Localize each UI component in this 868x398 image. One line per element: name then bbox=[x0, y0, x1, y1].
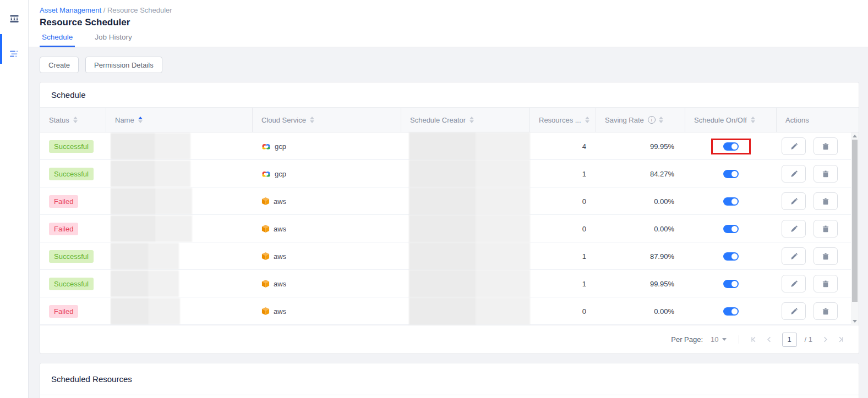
prev-page-button[interactable] bbox=[765, 335, 774, 345]
schedule-toggle[interactable] bbox=[723, 307, 739, 316]
table-row: Successful aws 1 99.95% bbox=[40, 270, 859, 297]
schedule-creator-cell bbox=[401, 132, 530, 160]
actions-cell bbox=[777, 215, 859, 242]
create-button[interactable]: Create bbox=[40, 57, 79, 73]
schedule-creator-cell bbox=[401, 270, 530, 297]
saving-rate-cell: 87.90% bbox=[596, 242, 685, 270]
tab-schedule[interactable]: Schedule bbox=[40, 33, 75, 47]
aws-icon bbox=[261, 197, 270, 206]
schedule-toggle[interactable] bbox=[723, 170, 739, 178]
name-cell bbox=[106, 242, 253, 270]
status-badge: Successful bbox=[49, 250, 94, 263]
delete-button[interactable] bbox=[814, 165, 838, 183]
actions-cell bbox=[777, 160, 859, 187]
sidebar-item-asset-management[interactable] bbox=[0, 3, 29, 34]
cloud-service-cell: aws bbox=[253, 242, 401, 270]
edit-button[interactable] bbox=[782, 220, 806, 237]
chevron-left-icon bbox=[765, 335, 773, 344]
delete-button[interactable] bbox=[814, 220, 838, 237]
last-page-button[interactable] bbox=[836, 335, 845, 345]
sort-caret-icon bbox=[138, 117, 143, 123]
trash-icon bbox=[822, 225, 829, 233]
scrollbar-thumb[interactable] bbox=[852, 140, 858, 302]
status-badge: Failed bbox=[49, 305, 78, 318]
actions-cell bbox=[777, 132, 859, 160]
schedule-card: Schedule Status Name Cloud Service Sched… bbox=[40, 82, 859, 354]
sidebar-item-resource-scheduler[interactable] bbox=[0, 38, 29, 69]
redacted-name bbox=[111, 215, 192, 242]
sidebar-active-indicator bbox=[0, 34, 2, 64]
resources-cell: 1 bbox=[530, 242, 596, 270]
status-badge: Failed bbox=[49, 223, 78, 235]
schedule-on-off-cell bbox=[685, 187, 777, 215]
saving-rate-cell: 0.00% bbox=[596, 297, 685, 325]
toolbar: Create Permission Details bbox=[40, 57, 859, 73]
delete-button[interactable] bbox=[814, 137, 838, 155]
status-cell: Failed bbox=[40, 297, 106, 325]
page-number-input[interactable]: 1 bbox=[782, 333, 797, 347]
schedule-toggle[interactable] bbox=[723, 225, 739, 233]
actions-cell bbox=[777, 270, 859, 297]
info-icon[interactable]: i bbox=[648, 116, 656, 124]
cloud-service-label: aws bbox=[274, 197, 286, 206]
table-row: Failed aws 0 0.00% bbox=[40, 187, 859, 215]
resources-cell: 0 bbox=[530, 187, 596, 215]
edit-button[interactable] bbox=[782, 137, 806, 155]
redacted-name bbox=[111, 298, 180, 324]
tab-job-history[interactable]: Job History bbox=[92, 33, 134, 47]
edit-pencil-icon bbox=[790, 225, 798, 233]
schedule-toggle[interactable] bbox=[723, 142, 739, 151]
first-page-button[interactable] bbox=[749, 335, 759, 345]
next-page-button[interactable] bbox=[820, 335, 830, 345]
resources-cell: 4 bbox=[530, 132, 596, 160]
schedule-on-off-cell bbox=[685, 160, 777, 187]
aws-icon bbox=[261, 224, 270, 233]
delete-button[interactable] bbox=[814, 247, 838, 265]
cloud-service-label: aws bbox=[274, 225, 286, 233]
schedule-toggle[interactable] bbox=[723, 252, 739, 261]
redacted-name bbox=[111, 133, 190, 159]
column-header-schedule-creator[interactable]: Schedule Creator bbox=[401, 108, 530, 132]
delete-button[interactable] bbox=[814, 275, 838, 292]
status-cell: Successful bbox=[40, 242, 106, 270]
grid-icon bbox=[9, 14, 19, 24]
column-header-cloud-service[interactable]: Cloud Service bbox=[253, 108, 401, 132]
column-label: Name bbox=[115, 116, 134, 124]
aws-icon bbox=[261, 307, 270, 316]
column-header-status[interactable]: Status bbox=[40, 108, 106, 132]
column-header-saving-rate[interactable]: Saving Ratei bbox=[596, 108, 685, 132]
edit-button[interactable] bbox=[782, 165, 806, 183]
name-cell bbox=[106, 215, 253, 242]
redacted-creator bbox=[409, 132, 530, 160]
redacted-creator bbox=[409, 270, 530, 297]
per-page-select[interactable]: 10 bbox=[708, 335, 728, 344]
total-pages-label: / 1 bbox=[805, 335, 812, 344]
status-badge: Successful bbox=[49, 140, 94, 153]
last-page-icon bbox=[837, 335, 845, 344]
permission-details-button[interactable]: Permission Details bbox=[85, 57, 162, 73]
table-scrollbar[interactable] bbox=[851, 132, 859, 325]
breadcrumb-link-asset-management[interactable]: Asset Management bbox=[40, 6, 101, 14]
delete-button[interactable] bbox=[814, 302, 838, 320]
status-badge: Successful bbox=[49, 278, 94, 290]
redacted-creator bbox=[409, 297, 530, 325]
column-header-name[interactable]: Name bbox=[106, 108, 253, 132]
schedule-toggle[interactable] bbox=[723, 280, 739, 288]
redacted-name bbox=[111, 270, 179, 297]
gcp-icon bbox=[261, 143, 271, 150]
redacted-creator bbox=[409, 187, 530, 215]
delete-button[interactable] bbox=[814, 192, 838, 210]
per-page-value: 10 bbox=[711, 335, 718, 344]
gcp-icon bbox=[261, 170, 271, 178]
cloud-service-cell: gcp bbox=[253, 132, 401, 160]
schedule-toggle[interactable] bbox=[723, 197, 739, 206]
column-header-resources[interactable]: Resources ... bbox=[530, 108, 596, 132]
name-cell bbox=[106, 160, 253, 187]
edit-button[interactable] bbox=[782, 192, 806, 210]
edit-button[interactable] bbox=[782, 247, 806, 265]
scroll-up-arrow-icon[interactable] bbox=[851, 132, 859, 140]
edit-button[interactable] bbox=[782, 302, 806, 320]
column-header-schedule-on-off[interactable]: Schedule On/Off bbox=[685, 108, 777, 132]
edit-button[interactable] bbox=[782, 275, 806, 292]
scroll-down-arrow-icon[interactable] bbox=[851, 318, 859, 325]
